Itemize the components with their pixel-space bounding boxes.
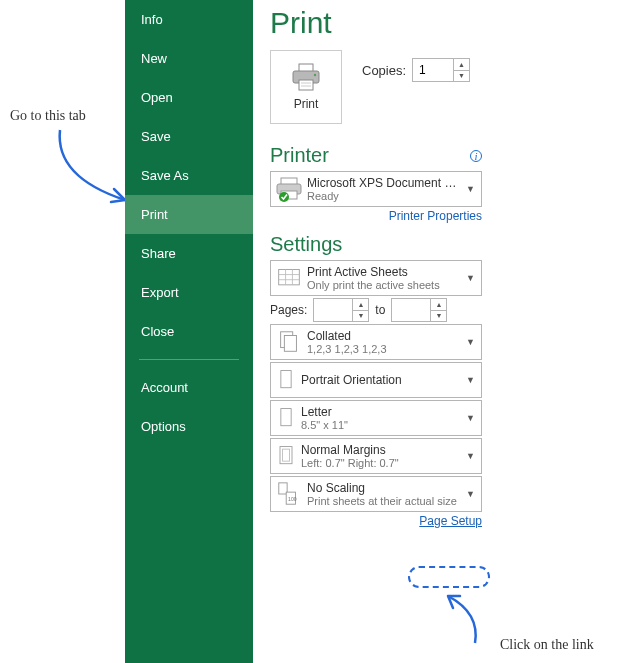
margins-desc: Left: 0.7" Right: 0.7" (301, 457, 462, 469)
copies-label: Copies: (362, 63, 406, 78)
printer-dropdown[interactable]: Microsoft XPS Document W… Ready ▼ (270, 171, 482, 207)
svg-point-9 (279, 192, 289, 202)
margins-title: Normal Margins (301, 443, 462, 457)
chevron-down-icon: ▼ (462, 413, 477, 423)
chevron-down-icon: ▼ (462, 489, 477, 499)
print-button[interactable]: Print (270, 50, 342, 124)
sidebar-item-save-as[interactable]: Save As (125, 156, 253, 195)
chevron-down-icon: ▼ (462, 273, 477, 283)
printer-icon (291, 63, 321, 91)
svg-rect-17 (281, 371, 291, 388)
chevron-down-icon: ▼ (462, 375, 477, 385)
print-panel: Print Print Copies: ▲ ▼ (270, 0, 640, 663)
chevron-down-icon: ▼ (462, 451, 477, 461)
print-button-label: Print (294, 97, 319, 111)
sheets-icon (275, 264, 303, 292)
page-title: Print (270, 6, 640, 40)
annotation-top: Go to this tab (10, 108, 86, 124)
paper-title: Letter (301, 405, 462, 419)
settings-heading: Settings (270, 233, 342, 256)
pages-range-row: Pages: ▲▼ to ▲▼ (270, 298, 482, 322)
printer-heading: Printer (270, 144, 329, 167)
svg-text:100: 100 (288, 496, 297, 502)
chevron-down-icon: ▼ (462, 184, 477, 194)
pages-label: Pages: (270, 303, 307, 317)
margins-icon (275, 442, 297, 470)
collate-dropdown[interactable]: Collated 1,2,3 1,2,3 1,2,3 ▼ (270, 324, 482, 360)
sidebar-item-options[interactable]: Options (125, 407, 253, 446)
svg-rect-10 (279, 269, 300, 284)
pages-from-input[interactable] (314, 299, 352, 321)
scaling-dropdown[interactable]: 100 No Scaling Print sheets at their act… (270, 476, 482, 512)
printer-properties-link[interactable]: Printer Properties (270, 209, 482, 223)
copies-up[interactable]: ▲ (454, 59, 469, 71)
print-what-dropdown[interactable]: Print Active Sheets Only print the activ… (270, 260, 482, 296)
scaling-title: No Scaling (307, 481, 462, 495)
printer-name: Microsoft XPS Document W… (307, 176, 462, 190)
scaling-icon: 100 (275, 480, 303, 508)
print-what-title: Print Active Sheets (307, 265, 462, 279)
copies-input[interactable] (413, 59, 453, 81)
backstage-sidebar: Info New Open Save Save As Print Share E… (125, 0, 253, 663)
down-arrow[interactable]: ▼ (431, 311, 446, 322)
copies-down[interactable]: ▼ (454, 71, 469, 82)
pages-to-input[interactable] (392, 299, 430, 321)
sidebar-item-close[interactable]: Close (125, 312, 253, 351)
collate-icon (275, 328, 303, 356)
sidebar-item-open[interactable]: Open (125, 78, 253, 117)
pages-to-spinner[interactable]: ▲▼ (391, 298, 447, 322)
paper-icon (275, 404, 297, 432)
sidebar-item-account[interactable]: Account (125, 368, 253, 407)
chevron-down-icon: ▼ (462, 337, 477, 347)
sidebar-item-new[interactable]: New (125, 39, 253, 78)
orientation-dropdown[interactable]: Portrait Orientation ▼ (270, 362, 482, 398)
pages-to-label: to (375, 303, 385, 317)
up-arrow[interactable]: ▲ (353, 299, 368, 311)
orientation-title: Portrait Orientation (301, 373, 462, 387)
up-arrow[interactable]: ▲ (431, 299, 446, 311)
svg-point-3 (314, 74, 316, 76)
sidebar-item-save[interactable]: Save (125, 117, 253, 156)
scaling-desc: Print sheets at their actual size (307, 495, 462, 507)
paper-desc: 8.5" x 11" (301, 419, 462, 431)
sidebar-separator (139, 359, 239, 360)
orientation-icon (275, 366, 297, 394)
printer-info-icon[interactable]: i (470, 150, 482, 162)
sidebar-item-info[interactable]: Info (125, 0, 253, 39)
printer-status-icon (275, 175, 303, 203)
page-setup-link[interactable]: Page Setup (270, 514, 482, 528)
pages-from-spinner[interactable]: ▲▼ (313, 298, 369, 322)
down-arrow[interactable]: ▼ (353, 311, 368, 322)
annotation-bottom: Click on the link (500, 637, 594, 653)
svg-rect-16 (284, 336, 296, 352)
printer-status: Ready (307, 190, 462, 202)
copies-spinner[interactable]: ▲ ▼ (412, 58, 470, 82)
margins-dropdown[interactable]: Normal Margins Left: 0.7" Right: 0.7" ▼ (270, 438, 482, 474)
sidebar-item-print[interactable]: Print (125, 195, 253, 234)
print-what-desc: Only print the active sheets (307, 279, 462, 291)
sidebar-item-export[interactable]: Export (125, 273, 253, 312)
paper-dropdown[interactable]: Letter 8.5" x 11" ▼ (270, 400, 482, 436)
sidebar-item-share[interactable]: Share (125, 234, 253, 273)
collate-desc: 1,2,3 1,2,3 1,2,3 (307, 343, 462, 355)
collate-title: Collated (307, 329, 462, 343)
svg-rect-18 (281, 409, 291, 426)
svg-rect-2 (299, 80, 313, 90)
